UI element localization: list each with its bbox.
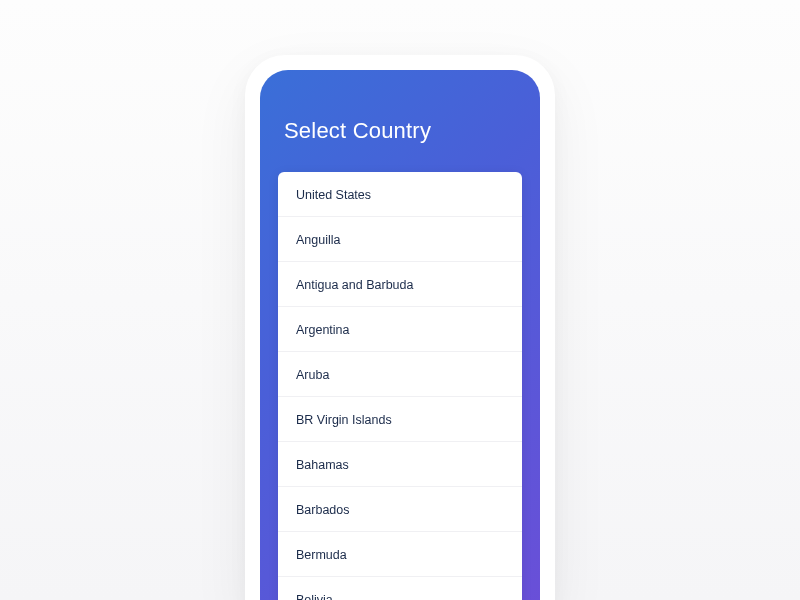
app-screen: Select Country United States Anguilla An… xyxy=(260,70,540,600)
country-item-bahamas[interactable]: Bahamas xyxy=(278,442,522,487)
country-list: United States Anguilla Antigua and Barbu… xyxy=(278,172,522,600)
country-item-bermuda[interactable]: Bermuda xyxy=(278,532,522,577)
phone-frame: Select Country United States Anguilla An… xyxy=(245,55,555,600)
country-label: Bermuda xyxy=(296,548,347,562)
country-label: Aruba xyxy=(296,368,329,382)
country-label: Bahamas xyxy=(296,458,349,472)
country-item-aruba[interactable]: Aruba xyxy=(278,352,522,397)
country-item-united-states[interactable]: United States xyxy=(278,172,522,217)
country-item-anguilla[interactable]: Anguilla xyxy=(278,217,522,262)
country-item-antigua[interactable]: Antigua and Barbuda xyxy=(278,262,522,307)
country-item-argentina[interactable]: Argentina xyxy=(278,307,522,352)
header: Select Country xyxy=(260,70,540,172)
country-label: BR Virgin Islands xyxy=(296,413,392,427)
country-item-bolivia[interactable]: Bolivia xyxy=(278,577,522,600)
country-label: Argentina xyxy=(296,323,350,337)
country-label: Anguilla xyxy=(296,233,340,247)
country-label: Bolivia xyxy=(296,593,333,600)
country-label: United States xyxy=(296,188,371,202)
country-label: Antigua and Barbuda xyxy=(296,278,413,292)
country-label: Barbados xyxy=(296,503,350,517)
page-title: Select Country xyxy=(284,118,516,144)
country-item-barbados[interactable]: Barbados xyxy=(278,487,522,532)
country-item-br-virgin-islands[interactable]: BR Virgin Islands xyxy=(278,397,522,442)
